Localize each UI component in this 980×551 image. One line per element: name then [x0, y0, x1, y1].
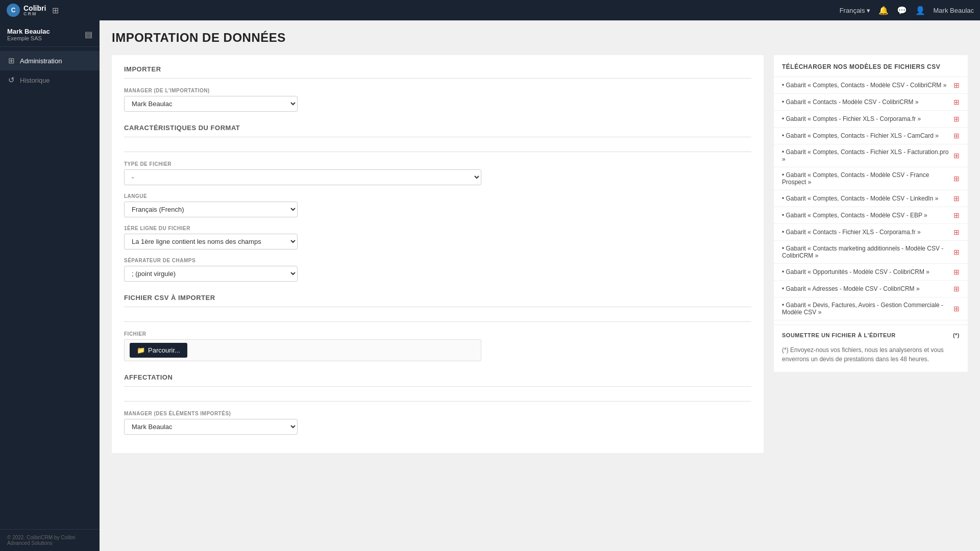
file-type-label: TYPE DE FICHIER [124, 161, 751, 167]
download-icon[interactable]: ⊞ [953, 268, 960, 276]
download-icon[interactable]: ⊞ [953, 248, 960, 256]
sidebar-nav: ⊞ Administration ↺ Historique [0, 47, 100, 529]
csv-list-item[interactable]: • Gabarit « Contacts - Fichier XLS - Cor… [774, 224, 968, 241]
sidebar: Mark Beaulac Exemple SAS ▤ ⊞ Administrat… [0, 20, 100, 551]
fichier-label: FICHIER [124, 331, 751, 337]
download-icon[interactable]: ⊞ [953, 211, 960, 219]
csv-list-item[interactable]: • Gabarit « Comptes - Fichier XLS - Corp… [774, 111, 968, 128]
file-type-group: TYPE DE FICHIER - CSV XLS [124, 161, 751, 185]
submit-description: (*) Envoyez-nous vos fichiers, nous les … [774, 343, 968, 372]
sidebar-user-icon[interactable]: ▤ [85, 30, 92, 39]
submit-badge: (*) [953, 332, 960, 338]
csv-item-label: • Gabarit « Comptes, Contacts - Modèle C… [782, 82, 949, 89]
csv-list-item[interactable]: • Gabarit « Contacts marketing additionn… [774, 241, 968, 264]
user-settings-icon[interactable]: 👤 [915, 6, 925, 15]
csv-item-label: • Gabarit « Comptes, Contacts - Fichier … [782, 148, 949, 163]
csv-list-item[interactable]: • Gabarit « Comptes, Contacts - Modèle C… [774, 207, 968, 224]
separator-group: SÉPARATEUR DE CHAMPS ; (point virgule) ,… [124, 258, 751, 282]
file-section-divider: FICHIER CSV À IMPORTER [124, 294, 751, 322]
topnav: C Colibri CRM ⊞ Français ▾ 🔔 💬 👤 Mark Be… [0, 0, 980, 20]
logo-name: Colibri [23, 5, 46, 12]
csv-list-item[interactable]: • Gabarit « Devis, Factures, Avoirs - Ge… [774, 297, 968, 320]
sidebar-user: Mark Beaulac Exemple SAS ▤ [0, 20, 100, 47]
file-section-title: FICHIER CSV À IMPORTER [124, 294, 751, 307]
page-title: IMPORTATION DE DONNÉES [112, 31, 968, 45]
language-selector[interactable]: Français ▾ [840, 7, 870, 14]
user-label[interactable]: Mark Beaulac [934, 7, 974, 14]
historique-icon: ↺ [8, 76, 15, 85]
csv-item-label: • Gabarit « Adresses - Modèle CSV - Coli… [782, 285, 949, 292]
download-icon[interactable]: ⊞ [953, 174, 960, 183]
manager-affectation-group: MANAGER (DES ÉLÉMENTS IMPORTÉS) Mark Bea… [124, 411, 751, 435]
notifications-icon[interactable]: 🔔 [878, 6, 889, 15]
csv-item-label: • Gabarit « Contacts - Fichier XLS - Cor… [782, 229, 949, 236]
csv-item-label: • Gabarit « Contacts marketing additionn… [782, 245, 949, 259]
affectation-divider: AFFECTATION [124, 373, 751, 402]
submit-panel-title: SOUMETTRE UN FICHIER À L'ÉDITEUR (*) [774, 325, 968, 343]
file-type-select[interactable]: - CSV XLS [124, 169, 481, 185]
download-icon[interactable]: ⊞ [953, 132, 960, 140]
csv-item-label: • Gabarit « Contacts - Modèle CSV - Coli… [782, 98, 949, 106]
csv-item-label: • Gabarit « Comptes - Fichier XLS - Corp… [782, 115, 949, 122]
logo: C Colibri CRM [6, 3, 46, 17]
csv-list-item[interactable]: • Gabarit « Comptes, Contacts - Fichier … [774, 144, 968, 167]
csv-item-label: • Gabarit « Devis, Factures, Avoirs - Ge… [782, 302, 949, 316]
download-icon[interactable]: ⊞ [953, 81, 960, 89]
manager-import-label: MANAGER (DE L'IMPORTATION) [124, 88, 751, 93]
download-icon[interactable]: ⊞ [953, 152, 960, 160]
csv-item-label: • Gabarit « Comptes, Contacts - Modèle C… [782, 171, 949, 186]
messages-icon[interactable]: 💬 [897, 6, 907, 15]
svg-text:C: C [11, 7, 16, 14]
csv-list-item[interactable]: • Gabarit « Comptes, Contacts - Fichier … [774, 128, 968, 144]
manager-import-group: MANAGER (DE L'IMPORTATION) Mark Beaulac [124, 88, 751, 112]
chevron-down-icon: ▾ [867, 7, 870, 14]
importer-section-title: IMPORTER [124, 65, 751, 79]
download-icon[interactable]: ⊞ [953, 305, 960, 313]
separator-select[interactable]: ; (point virgule) , (virgule) \t (tabula… [124, 266, 298, 282]
download-icon[interactable]: ⊞ [953, 228, 960, 236]
download-icon[interactable]: ⊞ [953, 285, 960, 293]
fichier-group: FICHIER 📁 Parcourir... [124, 331, 751, 361]
affectation-section-title: AFFECTATION [124, 373, 751, 387]
download-icon[interactable]: ⊞ [953, 194, 960, 203]
browse-button[interactable]: 📁 Parcourir... [130, 343, 187, 358]
format-divider: CARACTÉRISTIQUES DU FORMAT [124, 124, 751, 152]
csv-item-label: • Gabarit « Comptes, Contacts - Modèle C… [782, 195, 949, 202]
sidebar-item-historique-label: Historique [20, 77, 50, 84]
csv-list-item[interactable]: • Gabarit « Comptes, Contacts - Modèle C… [774, 167, 968, 190]
csv-list-item[interactable]: • Gabarit « Opportunités - Modèle CSV - … [774, 264, 968, 281]
csv-item-label: • Gabarit « Comptes, Contacts - Modèle C… [782, 212, 949, 219]
sidebar-user-name: Mark Beaulac [7, 28, 50, 35]
sidebar-footer: © 2022. ColibriCRM by Colibri Advanced S… [0, 529, 100, 551]
sidebar-item-administration[interactable]: ⊞ Administration [0, 51, 100, 70]
csv-list-item[interactable]: • Gabarit « Adresses - Modèle CSV - Coli… [774, 281, 968, 297]
first-line-select[interactable]: La 1ère ligne contient les noms des cham… [124, 234, 298, 249]
first-line-label: 1ÈRE LIGNE DU FICHIER [124, 226, 751, 231]
csv-items-container: • Gabarit « Comptes, Contacts - Modèle C… [774, 77, 968, 320]
content-layout: IMPORTER MANAGER (DE L'IMPORTATION) Mark… [112, 55, 968, 453]
csv-list-item[interactable]: • Gabarit « Comptes, Contacts - Modèle C… [774, 190, 968, 207]
langue-group: LANGUE Français (French) English (Englis… [124, 193, 751, 217]
separator-label: SÉPARATEUR DE CHAMPS [124, 258, 751, 263]
download-icon[interactable]: ⊞ [953, 115, 960, 123]
folder-icon: 📁 [137, 346, 145, 354]
grid-icon[interactable]: ⊞ [52, 6, 59, 15]
main-panel: IMPORTER MANAGER (DE L'IMPORTATION) Mark… [112, 55, 764, 453]
langue-select[interactable]: Français (French) English (English) [124, 202, 298, 217]
submit-panel: SOUMETTRE UN FICHIER À L'ÉDITEUR (*) (*)… [774, 324, 968, 372]
logo-icon: C [6, 3, 20, 17]
sidebar-user-company: Exemple SAS [7, 35, 50, 41]
logo-crm: CRM [23, 12, 46, 16]
manager-affectation-select[interactable]: Mark Beaulac [124, 419, 298, 435]
sidebar-item-administration-label: Administration [20, 57, 62, 65]
langue-label: LANGUE [124, 193, 751, 199]
file-input-area: 📁 Parcourir... [124, 339, 481, 361]
csv-list-item[interactable]: • Gabarit « Contacts - Modèle CSV - Coli… [774, 94, 968, 111]
csv-list-item[interactable]: • Gabarit « Comptes, Contacts - Modèle C… [774, 77, 968, 94]
first-line-group: 1ÈRE LIGNE DU FICHIER La 1ère ligne cont… [124, 226, 751, 249]
download-icon[interactable]: ⊞ [953, 98, 960, 106]
sidebar-item-historique[interactable]: ↺ Historique [0, 70, 100, 90]
manager-import-select[interactable]: Mark Beaulac [124, 96, 298, 112]
right-panel: TÉLÉCHARGER NOS MODÈLES DE FICHIERS CSV … [774, 55, 968, 372]
csv-item-label: • Gabarit « Opportunités - Modèle CSV - … [782, 268, 949, 276]
